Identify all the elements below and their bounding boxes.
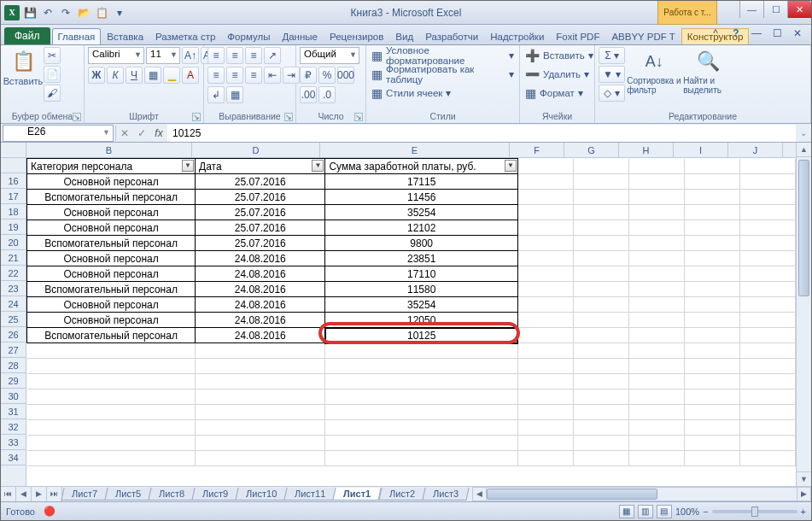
row-header[interactable]: 21: [1, 250, 26, 266]
cell[interactable]: [573, 405, 628, 420]
cell[interactable]: Вспомогательный персонал: [27, 190, 196, 205]
cell[interactable]: 25.07.2016: [196, 220, 325, 236]
cell[interactable]: [684, 282, 739, 297]
cell[interactable]: [517, 297, 573, 313]
tab-view[interactable]: Вид: [389, 28, 419, 44]
cell[interactable]: [628, 282, 684, 297]
row-header[interactable]: 28: [1, 358, 26, 373]
cell[interactable]: [628, 451, 684, 466]
cell[interactable]: [196, 420, 325, 436]
cell[interactable]: [628, 328, 684, 343]
cell[interactable]: [684, 190, 739, 205]
conditional-formatting-button[interactable]: ▦Условное форматирование ▾: [370, 47, 516, 64]
cell[interactable]: 11580: [325, 282, 518, 297]
tab-addins[interactable]: Надстройки: [484, 28, 550, 44]
cell[interactable]: [739, 251, 795, 266]
cell[interactable]: [739, 297, 795, 313]
sheet-tab[interactable]: Лист2: [378, 488, 425, 501]
cell[interactable]: 17115: [325, 174, 518, 190]
cell[interactable]: [628, 405, 684, 420]
cell[interactable]: [739, 405, 795, 420]
qat-extra1[interactable]: 📂: [76, 5, 91, 20]
cell[interactable]: [628, 359, 684, 374]
cell[interactable]: [684, 405, 739, 420]
cell[interactable]: [573, 236, 628, 251]
close-button[interactable]: ✕: [787, 1, 811, 18]
prev-sheet-button[interactable]: ◀: [16, 487, 32, 501]
qat-undo[interactable]: ↶: [40, 5, 55, 20]
column-header-E[interactable]: E: [320, 143, 510, 157]
cell[interactable]: [573, 251, 628, 266]
cell[interactable]: [739, 451, 795, 466]
cell[interactable]: [573, 420, 628, 436]
cell[interactable]: [517, 343, 573, 359]
tab-data[interactable]: Данные: [276, 28, 324, 44]
bold-button[interactable]: Ж: [88, 67, 105, 84]
cell[interactable]: [684, 436, 739, 451]
sheet-tab[interactable]: Лист8: [148, 488, 195, 501]
cell[interactable]: [196, 451, 325, 466]
cell[interactable]: [628, 159, 684, 174]
row-header[interactable]: 17: [1, 189, 26, 204]
cell[interactable]: [628, 174, 684, 190]
tab-formulas[interactable]: Формулы: [221, 28, 276, 44]
cell[interactable]: [628, 343, 684, 359]
cell[interactable]: Основной персонал: [27, 174, 196, 190]
row-header[interactable]: 25: [1, 312, 26, 327]
minimize-button[interactable]: —: [739, 1, 763, 18]
paste-button[interactable]: 📋 Вставить: [4, 47, 42, 86]
dialog-launcher-icon[interactable]: ↘: [192, 113, 201, 121]
cell[interactable]: [27, 389, 196, 405]
cell[interactable]: 24.08.2016: [196, 266, 325, 282]
tab-page-layout[interactable]: Разметка стр: [149, 28, 221, 44]
align-left-button[interactable]: ≡: [207, 67, 225, 84]
sheet-tab[interactable]: Лист11: [284, 488, 336, 501]
macro-record-icon[interactable]: 🔴: [44, 506, 55, 517]
cell[interactable]: 25.07.2016: [196, 236, 325, 251]
zoom-slider[interactable]: [712, 510, 797, 513]
cell[interactable]: [739, 190, 795, 205]
fill-color-button[interactable]: ▁: [163, 67, 180, 84]
insert-cells-button[interactable]: ➕Вставить ▾: [523, 47, 595, 64]
cell[interactable]: [325, 389, 518, 405]
scroll-right-icon[interactable]: ▶: [797, 487, 811, 501]
align-right-button[interactable]: ≡: [245, 67, 262, 84]
cell[interactable]: [684, 374, 739, 389]
minimize-ribbon-icon[interactable]: ^: [709, 27, 722, 39]
row-header[interactable]: [1, 158, 26, 173]
cell[interactable]: 24.08.2016: [196, 297, 325, 313]
cell[interactable]: [325, 374, 518, 389]
font-name-combo[interactable]: Calibri▼: [88, 47, 144, 64]
cell[interactable]: [27, 420, 196, 436]
mdi-maximize[interactable]: ☐: [770, 27, 784, 39]
decrease-decimal-button[interactable]: .0: [318, 86, 336, 103]
first-sheet-button[interactable]: ⏮: [1, 487, 16, 501]
sheet-tab[interactable]: Лист10: [236, 488, 288, 501]
cell[interactable]: 24.08.2016: [196, 313, 325, 328]
cell[interactable]: [196, 389, 325, 405]
cell[interactable]: [739, 205, 795, 220]
orientation-button[interactable]: ↗: [264, 47, 281, 64]
cell[interactable]: [517, 220, 573, 236]
cell[interactable]: 35254: [325, 205, 518, 220]
hscroll-thumb[interactable]: [487, 489, 657, 500]
align-bottom-button[interactable]: ≡: [245, 47, 262, 64]
cell[interactable]: 11456: [325, 190, 518, 205]
cell[interactable]: Вспомогательный персонал: [27, 282, 196, 297]
row-header[interactable]: 27: [1, 342, 26, 358]
cell[interactable]: [196, 405, 325, 420]
cell[interactable]: [684, 297, 739, 313]
row-header[interactable]: 33: [1, 435, 26, 450]
cell[interactable]: [628, 236, 684, 251]
cell[interactable]: 24.08.2016: [196, 251, 325, 266]
row-header[interactable]: 31: [1, 404, 26, 419]
cell[interactable]: [196, 374, 325, 389]
cell[interactable]: Основной персонал: [27, 297, 196, 313]
cell[interactable]: [684, 251, 739, 266]
column-header-H[interactable]: H: [619, 143, 674, 157]
row-header[interactable]: 29: [1, 373, 26, 389]
cell[interactable]: [517, 359, 573, 374]
cell[interactable]: [628, 205, 684, 220]
increase-decimal-button[interactable]: .00: [300, 86, 317, 103]
cell[interactable]: [573, 282, 628, 297]
